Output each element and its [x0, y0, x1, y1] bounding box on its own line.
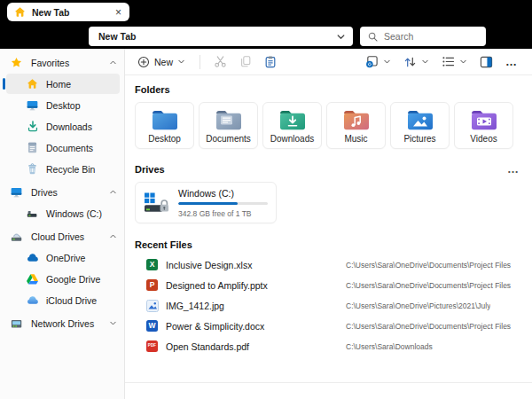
toolbar-divider — [200, 55, 200, 69]
recent-file-row[interactable]: X Inclusive Design.xlsx C:\Users\Sara\On… — [135, 254, 520, 275]
close-tab-icon[interactable]: × — [114, 7, 122, 18]
more-icon: … — [505, 59, 518, 64]
recent-file-row[interactable]: W Power & Simplicity.docx C:\Users\Sara\… — [135, 316, 520, 336]
recent-file-row[interactable]: PDF Open Standards.pdf C:\Users\Sara\Dow… — [135, 336, 520, 356]
recent-file-row[interactable]: IMG_1412.jpg C:\Users\Sara\OneDrive\Pict… — [135, 295, 520, 316]
drive-usage-fill — [178, 202, 238, 205]
chevron-down-icon — [177, 58, 185, 66]
sync-status-icon — [365, 55, 379, 68]
search-icon — [368, 32, 378, 42]
sidebar-item-windows-c[interactable]: Windows (C:) — [0, 203, 124, 223]
chevron-down-icon[interactable] — [109, 319, 117, 327]
new-button-label: New — [154, 57, 173, 67]
sidebar-item-desktop[interactable]: Desktop — [0, 95, 124, 115]
desktop-icon — [26, 100, 39, 111]
tab-new-tab[interactable]: New Tab × — [7, 3, 129, 21]
cut-button[interactable] — [208, 52, 232, 71]
sidebar-item-onedrive[interactable]: OneDrive — [0, 247, 124, 268]
sidebar-item-icloud-drive[interactable]: iCloud Drive — [0, 290, 124, 310]
see-more-button[interactable]: … — [500, 57, 523, 66]
search-box[interactable] — [360, 27, 486, 46]
folder-tile-desktop[interactable]: Desktop — [135, 102, 194, 149]
details-pane-button[interactable] — [474, 53, 498, 71]
chevron-down-icon — [421, 58, 429, 66]
excel-icon: X — [145, 258, 159, 271]
file-name: Designed to Amplify.pptx — [166, 280, 346, 291]
icloud-icon — [26, 296, 39, 305]
copy-icon — [239, 55, 252, 68]
google-drive-icon — [26, 274, 39, 285]
file-path: C:\Users\Sara\Downloads — [346, 342, 433, 351]
network-drive-icon — [10, 318, 23, 329]
chevron-down-icon[interactable] — [336, 32, 346, 42]
folder-tile-label: Music — [344, 134, 367, 144]
folder-tile-downloads[interactable]: Downloads — [262, 102, 322, 149]
paste-icon — [264, 55, 277, 68]
tab-strip: New Tab × — [0, 0, 532, 24]
sidebar-item-documents[interactable]: Documents — [0, 137, 124, 158]
chevron-up-icon[interactable] — [109, 188, 117, 196]
sidebar-item-label: OneDrive — [46, 253, 85, 263]
documents-icon — [26, 142, 39, 153]
sidebar-section-network-drives[interactable]: Network Drives — [0, 313, 124, 333]
folder-tile-pictures[interactable]: Pictures — [390, 102, 450, 149]
recycle-bin-icon — [26, 163, 39, 175]
cut-icon — [214, 55, 227, 68]
cloud-drive-icon — [10, 231, 23, 242]
pdf-icon: PDF — [145, 340, 159, 353]
desktop-folder-icon — [151, 108, 179, 132]
documents-folder-icon — [215, 108, 243, 132]
chevron-up-icon[interactable] — [109, 59, 117, 66]
sidebar-item-label: Documents — [46, 143, 93, 153]
details-pane-icon — [480, 56, 493, 68]
folder-tile-videos[interactable]: Videos — [454, 102, 513, 149]
sidebar-item-label: Windows (C:) — [46, 208, 102, 219]
folder-tile-label: Downloads — [270, 134, 314, 144]
sort-icon — [403, 56, 417, 68]
sync-status-button[interactable] — [360, 52, 396, 71]
powerpoint-icon: P — [145, 278, 159, 292]
file-path: C:\Users\Sara\OneDrive\Pictures\2021\Jul… — [346, 301, 490, 310]
sort-button[interactable] — [398, 53, 434, 71]
drives-more-icon[interactable]: … — [507, 167, 520, 171]
section-label: Cloud Drives — [31, 231, 109, 242]
address-input[interactable] — [98, 31, 336, 42]
new-button[interactable]: New — [131, 53, 192, 71]
sidebar-item-label: Home — [46, 79, 71, 90]
drive-card-windows-c[interactable]: Windows (C:) 342.8 GB free of 1 TB — [135, 182, 277, 223]
view-options-button[interactable] — [436, 53, 473, 70]
recent-file-row[interactable]: P Designed to Amplify.pptx C:\Users\Sara… — [135, 275, 520, 295]
drive-usage-bar — [178, 202, 268, 205]
navigation-pane: Favorites Home Desktop Downloads — [0, 49, 125, 399]
recent-files-section-title: Recent Files — [135, 239, 520, 250]
folder-tile-label: Desktop — [148, 134, 181, 144]
sidebar-item-downloads[interactable]: Downloads — [0, 116, 124, 137]
folder-tile-music[interactable]: Music — [326, 102, 386, 149]
music-folder-icon — [342, 108, 371, 132]
sidebar-item-google-drive[interactable]: Google Drive — [0, 269, 124, 289]
folders-grid: Desktop Documents Downloads — [135, 102, 520, 149]
drive-usage-text: 342.8 GB free of 1 TB — [178, 209, 268, 218]
drive-name: Windows (C:) — [178, 188, 268, 199]
copy-button[interactable] — [234, 52, 257, 71]
file-name: Inclusive Design.xlsx — [166, 260, 346, 270]
recent-files-list: X Inclusive Design.xlsx C:\Users\Sara\On… — [135, 254, 520, 356]
sidebar-item-recycle-bin[interactable]: Recycle Bin — [0, 159, 124, 179]
sidebar-section-drives[interactable]: Drives — [0, 182, 124, 202]
sidebar-section-cloud-drives[interactable]: Cloud Drives — [0, 226, 124, 246]
section-label: Drives — [31, 187, 109, 198]
address-bar[interactable] — [89, 27, 353, 46]
view-options-icon — [442, 56, 455, 67]
folder-tile-documents[interactable]: Documents — [199, 102, 258, 149]
paste-button[interactable] — [259, 52, 282, 71]
section-label: Favorites — [31, 58, 109, 68]
sidebar-item-home[interactable]: Home — [6, 74, 120, 94]
sidebar-section-favorites[interactable]: Favorites — [0, 52, 124, 73]
section-label: Network Drives — [31, 318, 109, 329]
chevron-up-icon[interactable] — [109, 232, 117, 240]
search-input[interactable] — [384, 31, 504, 42]
sidebar-item-label: Recycle Bin — [46, 164, 95, 175]
folder-tile-label: Pictures — [403, 134, 435, 144]
sidebar-item-label: Desktop — [46, 100, 81, 111]
sidebar-item-label: iCloud Drive — [46, 295, 97, 306]
